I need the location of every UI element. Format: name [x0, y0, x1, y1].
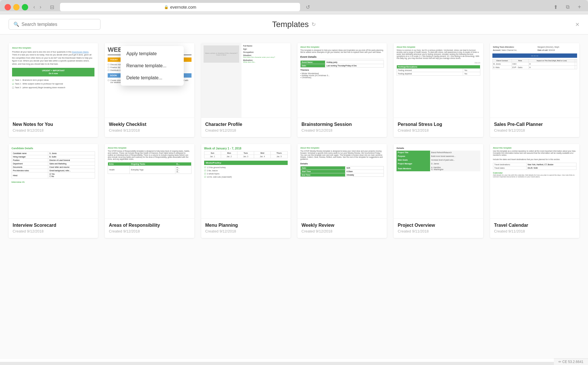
context-menu-apply[interactable]: Apply template — [121, 48, 184, 60]
template-title: Weekly Review — [301, 223, 383, 228]
template-info-new-notes: New Notes for You Created 9/12/2018 — [9, 118, 98, 137]
refresh-icon[interactable]: ↻ — [312, 21, 316, 28]
context-menu-rename[interactable]: Rename template... — [121, 60, 184, 72]
lock-icon: 🔒 — [164, 5, 169, 9]
template-preview-menu-planning: Week of January 1 - 7, 2018 SunMonTuesWe… — [201, 144, 291, 219]
sidebar-button[interactable]: ⊟ — [48, 3, 57, 11]
status-icon: ✏ — [558, 360, 561, 364]
template-date: Created 9/11/2018 — [494, 229, 575, 233]
template-date: Created 9/12/2018 — [109, 128, 190, 132]
template-preview-travel-calendar: About this template Use this template as… — [490, 144, 579, 219]
back-button[interactable]: ‹ — [32, 3, 37, 11]
browser-chrome: ‹ › ⊟ 🔒 evernote.com ↺ ⬆ ⧉ + — [0, 0, 588, 11]
minimize-traffic-light[interactable] — [13, 4, 20, 10]
template-preview-areas-of-responsibility: About this template The GTD® Areas of Re… — [105, 144, 194, 219]
template-preview-weekly-review: About this template: The GTD® Weekly Rev… — [297, 144, 387, 219]
template-title: Areas of Responsibility — [109, 223, 190, 228]
template-info-menu-planning: Menu Planning Created 9/12/2018 — [201, 219, 291, 238]
forward-button[interactable]: › — [38, 3, 43, 11]
nav-buttons: ‹ › — [32, 3, 43, 11]
template-preview-project-overview: Details Project TitleBrand Refresh/Relau… — [394, 144, 483, 219]
close-button[interactable]: × — [575, 20, 579, 28]
search-icon: 🔍 — [13, 22, 19, 27]
template-card-stress-log[interactable]: About this template Stress is common in … — [394, 43, 483, 137]
close-traffic-light[interactable] — [5, 4, 11, 10]
template-date: Created 9/12/2018 — [494, 128, 575, 132]
template-info-character-profile: Character Profile Created 9/12/2018 — [201, 118, 291, 137]
template-preview-brainstorming: About this template: This template is de… — [297, 43, 387, 118]
template-preview-new-notes: About this template: Prioritize all your… — [9, 43, 98, 118]
template-date: Created 9/12/2018 — [301, 128, 383, 132]
search-input[interactable] — [22, 22, 85, 27]
url-bar[interactable]: 🔒 evernote.com — [60, 3, 300, 11]
template-card-project-overview[interactable]: Details Project TitleBrand Refresh/Relau… — [394, 144, 483, 238]
reload-button[interactable]: ↺ — [303, 3, 312, 11]
new-tab-button[interactable]: + — [575, 3, 583, 11]
fullscreen-traffic-light[interactable] — [22, 4, 28, 10]
tab-overview-button[interactable]: ⧉ — [564, 3, 572, 11]
template-date: Created 9/12/2018 — [205, 229, 287, 233]
template-date: Created 9/12/2018 — [13, 229, 94, 233]
template-title: Brainstorming Session — [301, 122, 383, 127]
app-header: 🔍 Templates ↻ × — [0, 14, 588, 34]
url-text: evernote.com — [170, 5, 196, 9]
template-info-weekly-checklist: Weekly Checklist Created 9/12/2018 — [105, 118, 194, 137]
template-date: Created 9/12/2018 — [398, 128, 479, 132]
template-info-weekly-review: Weekly Review Created 9/12/2018 — [297, 219, 387, 238]
template-info-interview-scorecard: Interview Scorecard Created 9/12/2018 — [9, 219, 98, 238]
template-title: Personal Stress Log — [398, 122, 479, 127]
template-info-brainstorming: Brainstorming Session Created 9/12/2018 — [297, 118, 387, 137]
template-preview-stress-log: About this template Stress is common in … — [394, 43, 483, 118]
templates-grid-row1: About this template: Prioritize all your… — [9, 43, 579, 137]
template-card-areas-of-responsibility[interactable]: About this template The GTD® Areas of Re… — [105, 144, 194, 238]
templates-grid-row2: Candidate Details Candidate nameS. Jones… — [9, 144, 579, 238]
template-date: Created 9/11/2018 — [398, 229, 479, 233]
page-title: Templates ↻ — [272, 20, 316, 29]
template-card-new-notes[interactable]: About this template: Prioritize all your… — [9, 43, 98, 137]
template-date: Created 9/12/2018 — [13, 128, 94, 132]
context-menu-overlay: Apply template Rename template... Delete… — [121, 46, 184, 86]
template-title: Project Overview — [398, 223, 479, 228]
search-box[interactable]: 🔍 — [9, 19, 100, 30]
template-info-sales-pre-call: Sales Pre-Call Planner Created 9/12/2018 — [490, 118, 579, 137]
template-card-interview-scorecard[interactable]: Candidate Details Candidate nameS. Jones… — [9, 144, 98, 238]
template-card-character-profile[interactable]: Have a photo or drawing of this characte… — [201, 43, 291, 137]
template-title: Travel Calendar — [494, 223, 575, 228]
traffic-lights — [5, 4, 28, 10]
template-title: Sales Pre-Call Planner — [494, 122, 575, 127]
template-card-travel-calendar[interactable]: About this template Use this template as… — [490, 144, 579, 238]
share-button[interactable]: ⬆ — [551, 3, 560, 11]
content-area: Apply template Rename template... Delete… — [0, 34, 588, 359]
template-date: Created 9/12/2018 — [205, 128, 287, 132]
template-title: Menu Planning — [205, 223, 287, 228]
app-window: 🔍 Templates ↻ × Apply template Rename te… — [0, 14, 588, 362]
context-menu: Apply template Rename template... Delete… — [121, 46, 184, 86]
template-title: Weekly Checklist — [109, 122, 190, 127]
status-bar: ✏ CE 53.2.6641 — [554, 358, 588, 365]
template-info-stress-log: Personal Stress Log Created 9/12/2018 — [394, 118, 483, 137]
template-title: New Notes for You — [13, 122, 94, 127]
template-preview-character-profile: Have a photo or drawing of this characte… — [201, 43, 291, 118]
template-title: Character Profile — [205, 122, 287, 127]
template-card-menu-planning[interactable]: Week of January 1 - 7, 2018 SunMonTuesWe… — [201, 144, 291, 238]
status-text: CE 53.2.6641 — [562, 360, 583, 364]
template-card-weekly-review[interactable]: About this template: The GTD® Weekly Rev… — [297, 144, 387, 238]
context-menu-delete[interactable]: Delete template... — [121, 72, 184, 84]
template-preview-sales-pre-call: Selling Team Attendees:Margaret (Directo… — [490, 43, 579, 118]
template-info-areas-of-responsibility: Areas of Responsibility Created 9/12/201… — [105, 219, 194, 238]
template-date: Created 9/12/2018 — [109, 229, 190, 233]
template-info-travel-calendar: Travel Calendar Created 9/11/2018 — [490, 219, 579, 238]
template-title: Interview Scorecard — [13, 223, 94, 228]
template-date: Created 9/12/2018 — [301, 229, 383, 233]
template-card-sales-pre-call[interactable]: Selling Team Attendees:Margaret (Directo… — [490, 43, 579, 137]
template-info-project-overview: Project Overview Created 9/11/2018 — [394, 219, 483, 238]
template-preview-interview-scorecard: Candidate Details Candidate nameS. Jones… — [9, 144, 98, 219]
template-card-brainstorming[interactable]: About this template: This template is de… — [297, 43, 387, 137]
